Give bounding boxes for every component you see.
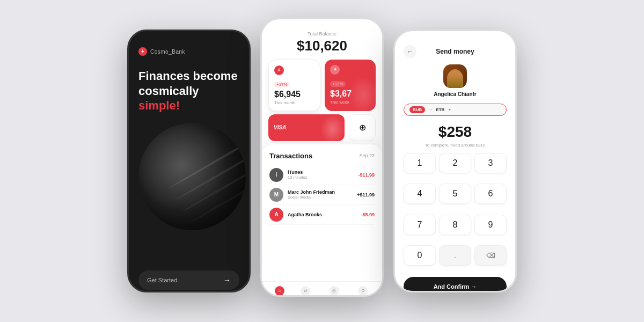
phone2-content: Total Balance $10,620 +17% $6,945 This m… xyxy=(262,29,382,297)
card-mini-icon: ⊕ xyxy=(359,122,366,133)
phone1-content: Cosmo_Bank Finances become cosmically si… xyxy=(129,41,249,292)
back-icon: ← xyxy=(407,48,413,55)
currency-selector[interactable]: RUB → ETB ▾ xyxy=(404,104,507,116)
phone1-globe xyxy=(138,123,246,230)
currency-chevron: ▾ xyxy=(449,107,451,112)
currency-arrow: → xyxy=(428,107,433,112)
recipient-figure xyxy=(447,69,463,88)
nav-settings-icon: ⚙ xyxy=(358,286,368,296)
phone-1: Cosmo_Bank Finances become cosmically si… xyxy=(127,30,251,292)
card-white-icon xyxy=(274,65,284,75)
tx-avatar-2: M xyxy=(269,188,283,202)
tx-amount-3: -$5.99 xyxy=(361,212,375,217)
nav-settings[interactable]: ⚙ Settings xyxy=(356,286,369,297)
nav-transfer[interactable]: ⇄ Transfer xyxy=(299,286,313,297)
phone-3: ← Send money Angelica Chianfr RUB → ETB … xyxy=(393,30,517,292)
phone3-notch xyxy=(436,31,474,41)
tx-amount-2: +$11.99 xyxy=(357,192,375,197)
phone2-top: Total Balance $10,620 xyxy=(262,29,382,54)
cards-row2: VISA ⊕ xyxy=(262,114,382,144)
balance-amount: $10,620 xyxy=(272,38,372,54)
num-key-1[interactable]: 1 xyxy=(404,153,436,173)
visa-figure xyxy=(320,114,345,141)
tx-info-1: iTunes 13 minutes xyxy=(288,170,354,180)
headline-highlight: simple! xyxy=(138,99,180,112)
num-key-5[interactable]: 5 xyxy=(439,184,471,204)
amount-value: $258 xyxy=(404,123,507,141)
confirm-button[interactable]: And Confirm → xyxy=(404,277,507,292)
recipient-name: Angelica Chianfr xyxy=(434,91,476,97)
card-red-icon xyxy=(330,65,340,75)
num-key-6[interactable]: 6 xyxy=(474,184,507,204)
tx-name-1: iTunes xyxy=(288,170,354,175)
num-key-0[interactable]: 0 xyxy=(404,245,436,266)
transaction-item-2[interactable]: M Marc John Friedman Social media +$11.9… xyxy=(269,185,375,205)
transactions-header: Transactions Sep 22 xyxy=(269,152,375,160)
headline-line1: Finances become xyxy=(138,69,238,83)
card-mini[interactable]: ⊕ xyxy=(349,114,376,141)
balance-label: Total Balance xyxy=(272,31,372,36)
phone1-header: Cosmo_Bank xyxy=(138,47,239,56)
tx-avatar-1: i xyxy=(269,168,283,182)
amount-display: $258 xyxy=(404,123,507,141)
phone1-headline: Finances become cosmically simple! xyxy=(138,69,239,113)
nav-analytics[interactable]: ◎ Analytics xyxy=(327,286,342,297)
num-key-8[interactable]: 8 xyxy=(439,215,471,235)
card-figure xyxy=(349,76,376,111)
tx-amount-1: -$11.99 xyxy=(358,172,375,178)
tx-name-2: Marc John Friedman xyxy=(288,189,353,195)
recipient-section: Angelica Chianfr xyxy=(404,64,507,97)
cta-arrow: → xyxy=(223,276,231,284)
num-key-9[interactable]: 9 xyxy=(474,215,507,235)
num-key-2[interactable]: 2 xyxy=(439,153,471,173)
num-key-4[interactable]: 4 xyxy=(404,184,436,204)
num-key-7[interactable]: 7 xyxy=(404,215,436,235)
tx-avatar-3: A xyxy=(269,208,283,222)
recipient-avatar xyxy=(443,64,467,88)
currency-from: RUB xyxy=(409,106,425,113)
brand-name: Cosmo_Bank xyxy=(150,49,185,55)
nav-transfer-icon: ⇄ xyxy=(301,286,310,296)
card-red[interactable]: +12% $3,67 This week xyxy=(325,60,376,111)
bottom-nav: ⌂ Home ⇄ Transfer ◎ Analytics ⚙ Settings xyxy=(262,281,382,297)
transactions-panel: Transactions Sep 22 i iTunes 13 minutes … xyxy=(262,144,382,281)
amount-note: To complete, need around $310 xyxy=(404,143,507,148)
phones-container: Cosmo_Bank Finances become cosmically si… xyxy=(116,15,528,308)
phone1-cta[interactable]: Get Started → xyxy=(138,270,239,290)
nav-home[interactable]: ⌂ Home xyxy=(274,286,284,297)
tx-sub-1: 13 minutes xyxy=(288,175,354,180)
num-key-3[interactable]: 3 xyxy=(474,153,507,173)
transactions-title: Transactions xyxy=(269,152,312,160)
phone1-notch xyxy=(170,31,208,41)
phone-2: Total Balance $10,620 +17% $6,945 This m… xyxy=(260,18,384,297)
numpad: 1 2 3 4 5 6 7 8 9 0 . ⌫ xyxy=(404,153,507,273)
card-white-amount: $6,945 xyxy=(274,90,314,99)
tx-info-3: Agatha Brooks xyxy=(288,212,356,217)
brand-icon xyxy=(138,47,147,56)
num-key-backspace[interactable]: ⌫ xyxy=(474,245,507,266)
send-title: Send money xyxy=(436,48,474,55)
headline-line2: cosmically xyxy=(138,84,199,98)
tx-info-2: Marc John Friedman Social media xyxy=(288,189,353,200)
currency-to: ETB xyxy=(436,107,444,112)
card-white-sublabel: This month xyxy=(274,100,314,105)
phone3-content: ← Send money Angelica Chianfr RUB → ETB … xyxy=(395,41,515,292)
back-button[interactable]: ← xyxy=(404,45,416,58)
phone3-header: ← Send money xyxy=(404,45,507,58)
visa-label: VISA xyxy=(274,125,286,130)
cta-label: Get Started xyxy=(147,277,177,283)
tx-name-3: Agatha Brooks xyxy=(288,212,356,217)
confirm-label: And Confirm → xyxy=(434,283,477,290)
transaction-item-3[interactable]: A Agatha Brooks -$5.99 xyxy=(269,205,375,225)
nav-home-icon: ⌂ xyxy=(275,286,284,296)
card-white-badge: +17% xyxy=(274,82,290,87)
nav-analytics-icon: ◎ xyxy=(330,286,339,296)
phone2-notch xyxy=(303,19,341,29)
tx-sub-2: Social media xyxy=(288,195,353,200)
card-white[interactable]: +17% $6,945 This month xyxy=(268,60,320,111)
visa-card[interactable]: VISA xyxy=(268,114,345,141)
card-red-badge: +12% xyxy=(330,81,346,87)
num-key-dot[interactable]: . xyxy=(439,245,471,266)
transactions-date: Sep 22 xyxy=(359,153,375,158)
transaction-item-1[interactable]: i iTunes 13 minutes -$11.99 xyxy=(269,165,375,185)
